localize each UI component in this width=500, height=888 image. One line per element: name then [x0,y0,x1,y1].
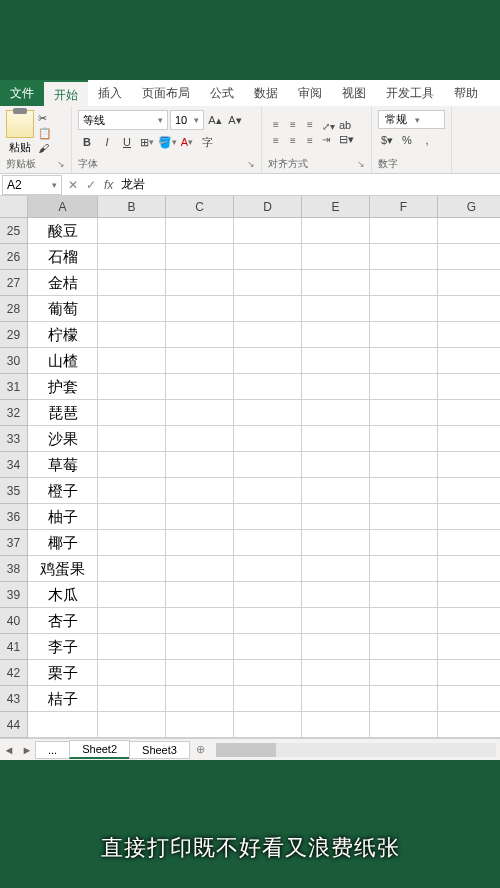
add-sheet-button[interactable]: ⊕ [190,743,212,756]
cell[interactable]: 椰子 [28,530,98,556]
cell[interactable] [98,478,166,504]
clipboard-launcher-icon[interactable]: ↘ [57,159,65,169]
fx-icon[interactable]: fx [100,178,117,192]
align-right-icon[interactable]: ≡ [302,134,318,148]
cell[interactable] [370,504,438,530]
fill-color-button[interactable]: 🪣▾ [158,133,176,151]
cell[interactable] [438,452,500,478]
cell[interactable] [438,270,500,296]
cell[interactable] [98,504,166,530]
cell[interactable] [438,686,500,712]
cell[interactable] [302,400,370,426]
cell[interactable] [166,218,234,244]
cell[interactable] [98,660,166,686]
menu-help[interactable]: 帮助 [444,80,488,106]
font-launcher-icon[interactable]: ↘ [247,159,255,169]
cell[interactable] [438,374,500,400]
cell[interactable] [370,556,438,582]
cell[interactable] [370,478,438,504]
cell[interactable] [234,322,302,348]
currency-button[interactable]: $▾ [378,131,396,149]
cell[interactable] [370,400,438,426]
cell[interactable] [370,322,438,348]
name-box[interactable]: A2▾ [2,175,62,195]
orientation-icon[interactable]: ⤢▾ [322,121,335,132]
cell[interactable]: 护套 [28,374,98,400]
bold-button[interactable]: B [78,133,96,151]
cell[interactable] [370,218,438,244]
align-top-icon[interactable]: ≡ [268,118,284,132]
column-header[interactable]: F [370,196,438,218]
cell[interactable] [370,426,438,452]
cell[interactable] [98,244,166,270]
increase-font-icon[interactable]: A▴ [206,111,224,129]
phonetic-button[interactable]: 字 [198,133,216,151]
cell[interactable] [98,712,166,738]
cell[interactable]: 琵琶 [28,400,98,426]
cancel-formula-icon[interactable]: ✕ [64,178,82,192]
row-header[interactable]: 28 [0,296,28,322]
select-all-corner[interactable] [0,196,28,218]
cell[interactable] [302,348,370,374]
menu-view[interactable]: 视图 [332,80,376,106]
cell[interactable] [438,556,500,582]
menu-formula[interactable]: 公式 [200,80,244,106]
cell[interactable] [234,244,302,270]
cell[interactable] [438,582,500,608]
cell[interactable] [166,348,234,374]
cell[interactable] [98,452,166,478]
row-header[interactable]: 26 [0,244,28,270]
cell[interactable]: 鸡蛋果 [28,556,98,582]
cell[interactable] [438,478,500,504]
cell[interactable]: 木瓜 [28,582,98,608]
cell[interactable] [370,270,438,296]
cell[interactable] [438,608,500,634]
cell[interactable] [302,296,370,322]
cell[interactable] [438,634,500,660]
cell[interactable] [370,634,438,660]
merge-button[interactable]: ⊟▾ [339,133,354,146]
cell[interactable] [370,712,438,738]
cell[interactable] [438,322,500,348]
column-header[interactable]: D [234,196,302,218]
indent-icon[interactable]: ⇥ [322,134,335,145]
row-header[interactable]: 39 [0,582,28,608]
cell[interactable] [166,556,234,582]
cell[interactable] [370,296,438,322]
row-header[interactable]: 40 [0,608,28,634]
cell[interactable] [234,556,302,582]
paste-button[interactable]: 粘贴 [6,110,34,155]
cell[interactable] [438,218,500,244]
cell[interactable]: 柠檬 [28,322,98,348]
cell[interactable]: 石榴 [28,244,98,270]
cell[interactable] [234,504,302,530]
cell[interactable] [302,218,370,244]
cell[interactable] [302,322,370,348]
row-header[interactable]: 43 [0,686,28,712]
cell[interactable] [98,426,166,452]
cell[interactable] [234,426,302,452]
cell[interactable] [370,686,438,712]
row-header[interactable]: 30 [0,348,28,374]
cell[interactable] [370,348,438,374]
row-header[interactable]: 35 [0,478,28,504]
cell[interactable]: 酸豆 [28,218,98,244]
menu-home[interactable]: 开始 [44,80,88,106]
cell[interactable] [370,374,438,400]
cell[interactable] [302,478,370,504]
row-header[interactable]: 27 [0,270,28,296]
cell[interactable] [234,634,302,660]
row-header[interactable]: 34 [0,452,28,478]
row-header[interactable]: 42 [0,660,28,686]
cell[interactable] [234,374,302,400]
cell[interactable] [302,582,370,608]
font-name-select[interactable]: 等线▾ [78,110,168,130]
cell[interactable] [98,400,166,426]
cell[interactable] [302,452,370,478]
cell[interactable] [438,660,500,686]
formula-input[interactable]: 龙岩 [117,176,500,193]
cell[interactable]: 李子 [28,634,98,660]
cell[interactable] [234,400,302,426]
menu-review[interactable]: 审阅 [288,80,332,106]
cell[interactable] [166,504,234,530]
